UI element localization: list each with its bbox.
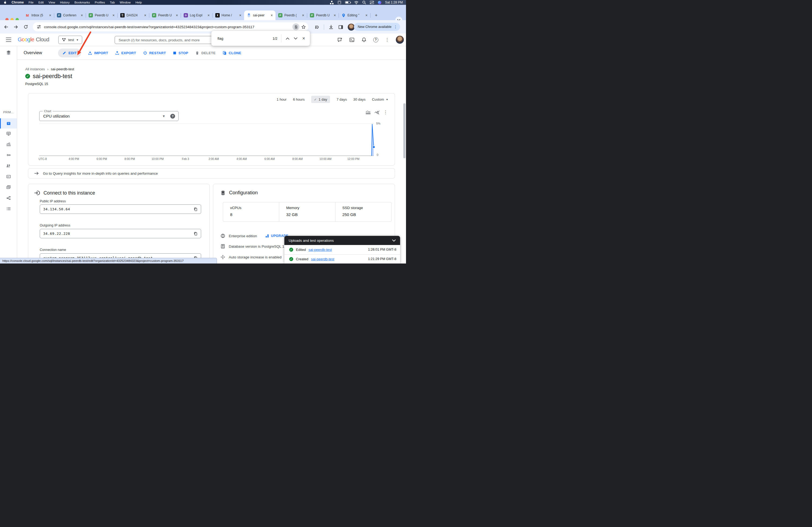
sidebar-item-users[interactable] <box>0 161 17 171</box>
address-bar[interactable]: console.cloud.google.com/sql/instances/s… <box>33 22 308 31</box>
menubar-clock[interactable]: Sat 1:28 PM <box>385 1 403 4</box>
browser-menu-icon[interactable]: ⋮ <box>394 25 397 29</box>
gcp-more-menu-icon[interactable]: ⋮ <box>385 37 389 42</box>
export-button[interactable]: EXPORT <box>115 51 136 55</box>
cloud-shell-icon[interactable] <box>349 37 355 43</box>
gemini-assistant-icon[interactable] <box>337 37 343 43</box>
sidebar-item-operations[interactable] <box>0 204 17 214</box>
tab-log-explorer[interactable]: D Log Expl × <box>181 11 213 20</box>
find-query[interactable]: flag <box>218 36 273 41</box>
project-picker[interactable]: test ▼ <box>58 36 82 44</box>
find-close-button[interactable]: × <box>300 34 308 42</box>
sidebar-item-replicas[interactable] <box>0 193 17 203</box>
menu-file[interactable]: File <box>28 1 33 4</box>
gcp-profile-avatar[interactable] <box>396 36 404 44</box>
tab-close-icon[interactable]: × <box>365 14 368 17</box>
restart-button[interactable]: RESTART <box>143 51 166 55</box>
side-panel-icon[interactable] <box>338 25 344 30</box>
menu-view[interactable]: View <box>48 1 55 4</box>
back-button[interactable] <box>3 24 9 30</box>
wifi-icon[interactable] <box>354 1 359 4</box>
tab-inbox[interactable]: M Inbox (5 × <box>23 11 54 20</box>
extensions-icon[interactable] <box>314 25 320 30</box>
find-bar[interactable]: flag 1/2 × <box>211 31 310 46</box>
tab-close-icon[interactable]: × <box>144 14 147 17</box>
control-center-icon[interactable] <box>370 1 374 4</box>
delete-button[interactable]: DELETE <box>195 51 216 55</box>
chrome-update-button[interactable]: New Chrome available ⋮ <box>354 23 400 31</box>
sidebar-item-overview[interactable] <box>0 118 17 129</box>
site-settings-icon[interactable] <box>37 25 41 29</box>
find-next-button[interactable] <box>292 34 300 42</box>
new-tab-button[interactable]: + <box>373 12 380 19</box>
menu-help[interactable]: Help <box>135 1 142 4</box>
tab-close-icon[interactable]: × <box>48 14 52 17</box>
find-previous-button[interactable] <box>284 34 292 42</box>
range-custom[interactable]: Custom ▼ <box>372 97 388 102</box>
menu-bookmarks[interactable]: Bookmarks <box>74 1 90 4</box>
range-6-hours[interactable]: 6 hours <box>293 97 305 102</box>
operation-instance-link[interactable]: sai-peerdb-test <box>308 248 332 252</box>
browser-profile-avatar[interactable] <box>348 24 355 31</box>
copy-icon[interactable] <box>193 231 198 236</box>
downloads-icon[interactable] <box>329 25 334 30</box>
chart-more-menu-icon[interactable]: ⋮ <box>383 110 388 115</box>
menu-profiles[interactable]: Profiles <box>95 1 105 4</box>
range-1-hour[interactable]: 1 hour <box>277 97 287 102</box>
tab-close-icon[interactable]: × <box>239 14 242 17</box>
nav-menu-icon[interactable] <box>6 37 11 42</box>
query-insights-link[interactable]: Go to Query insights for more in-depth i… <box>28 168 395 178</box>
public-ip-field[interactable]: 34.134.50.64 <box>40 205 201 214</box>
import-button[interactable]: IMPORT <box>88 51 108 55</box>
reload-button[interactable] <box>23 24 29 30</box>
notifications-bell-icon[interactable] <box>361 37 367 43</box>
notifications-header[interactable]: Uploads and test operations <box>284 236 400 245</box>
tab-peerdb-1[interactable]: P Peerdb U × <box>86 11 117 20</box>
siri-icon[interactable] <box>378 1 381 4</box>
outgoing-ip-field[interactable]: 34.69.22.228 <box>40 229 201 238</box>
tab-close-icon[interactable]: × <box>270 14 273 17</box>
tab-peerdb-4[interactable]: P Peerdb U × <box>307 11 338 20</box>
sidebar-item-query-insights[interactable] <box>0 139 17 149</box>
copy-icon[interactable] <box>193 207 198 211</box>
battery-icon[interactable] <box>345 1 350 4</box>
menu-window[interactable]: Window <box>120 1 131 4</box>
range-1-day-selected[interactable]: ✓ 1 day <box>311 96 330 103</box>
tab-close-icon[interactable]: × <box>175 14 178 17</box>
help-icon[interactable]: ? <box>373 37 378 42</box>
tab-sai-peerdb-active[interactable]: sai-peer × <box>244 11 276 20</box>
tab-close-icon[interactable]: × <box>207 14 210 17</box>
operation-instance-link[interactable]: sai-peerdb-test <box>311 257 334 261</box>
tab-close-icon[interactable]: × <box>333 14 336 17</box>
tab-dais24[interactable]: DAIS DAIS24 × <box>118 11 149 20</box>
breadcrumb-all-instances[interactable]: All instances <box>25 67 45 71</box>
tab-conference[interactable]: P Conferen × <box>54 11 86 20</box>
clone-button[interactable]: CLONE <box>222 51 242 55</box>
collapse-panel-icon[interactable] <box>392 239 396 242</box>
sidebar-item-backups[interactable] <box>0 182 17 192</box>
tab-peerdb-2[interactable]: P Peerdb U × <box>149 11 181 20</box>
menu-history[interactable]: History <box>60 1 70 4</box>
tab-close-icon[interactable]: × <box>112 14 115 17</box>
forward-button[interactable] <box>13 24 19 30</box>
scrollbar[interactable] <box>403 103 405 158</box>
explore-chart-icon[interactable] <box>374 110 380 115</box>
apple-menu-icon[interactable] <box>3 1 7 4</box>
area-chart-mode-icon[interactable] <box>365 110 371 115</box>
sidebar-item-connections[interactable] <box>0 150 17 160</box>
find-in-page-indicator[interactable] <box>292 23 300 30</box>
tab-x-home[interactable]: X Home / × <box>213 11 244 20</box>
select-dropdown-icon[interactable]: ▼ <box>162 114 165 118</box>
chart-help-icon[interactable]: ? <box>170 114 175 119</box>
bookmark-star-icon[interactable] <box>301 25 306 30</box>
stop-button[interactable]: STOP <box>173 51 188 55</box>
spotlight-icon[interactable] <box>362 1 366 4</box>
tab-close-icon[interactable]: × <box>302 14 305 17</box>
tab-peerdb-3[interactable]: P Peerdb ( × <box>276 11 307 20</box>
chart-metric-select[interactable]: Chart CPU utilization ▼ ? <box>39 111 178 121</box>
statusbar-app-icon[interactable] <box>337 1 341 4</box>
tab-close-icon[interactable]: × <box>80 14 84 17</box>
sidebar-item-databases[interactable] <box>0 171 17 182</box>
sidebar-item-system-insights[interactable] <box>0 129 17 139</box>
range-7-days[interactable]: 7 days <box>336 97 347 102</box>
